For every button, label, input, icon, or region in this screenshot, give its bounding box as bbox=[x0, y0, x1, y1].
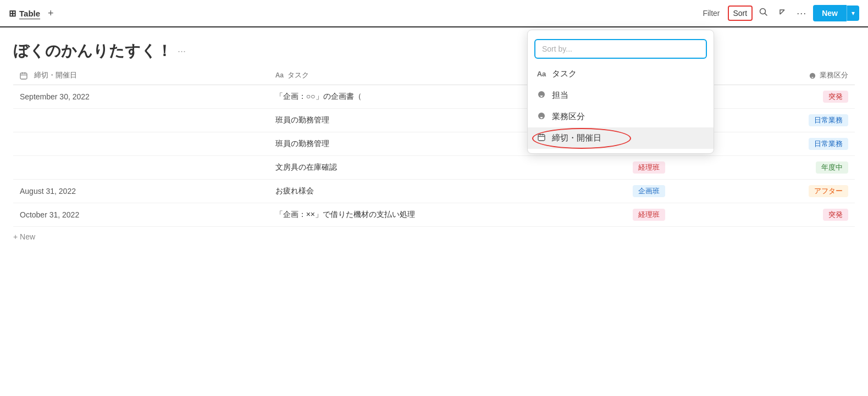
new-button[interactable]: New bbox=[813, 5, 847, 21]
sort-search-input[interactable] bbox=[534, 39, 707, 59]
more-icon: ··· bbox=[797, 8, 806, 19]
page-header: ぼくのかんりたすく！ ··· bbox=[0, 27, 868, 66]
badge-category-0: 突発 bbox=[823, 91, 848, 103]
svg-rect-8 bbox=[543, 134, 544, 136]
badge-category-1: 日常業務 bbox=[809, 114, 848, 126]
badge-person-3: 経理班 bbox=[633, 161, 665, 174]
cell-category-3: 年度中 bbox=[732, 156, 855, 180]
table-row: October 31, 2022 「企画：××」で借りた機材の支払い処理 経理班… bbox=[13, 203, 855, 227]
table-icon: ⊞ bbox=[9, 8, 16, 19]
badge-category-2: 日常業務 bbox=[809, 138, 848, 150]
task-col-icon: Aa bbox=[275, 71, 286, 79]
table-row: 班員の勤務管理 日常業務 bbox=[13, 109, 855, 132]
table-row: 班員の勤務管理 日常業務 bbox=[13, 132, 855, 156]
badge-category-5: 突発 bbox=[823, 209, 848, 221]
sort-option-date[interactable]: 締切・開催日 bbox=[528, 127, 714, 149]
sort-dropdown: Aa タスク 担当 bbox=[527, 30, 714, 154]
svg-line-2 bbox=[780, 10, 784, 14]
badge-person-5: 経理班 bbox=[633, 209, 665, 221]
page-title: ぼくのかんりたすく！ bbox=[13, 41, 172, 62]
svg-rect-11 bbox=[22, 72, 23, 74]
toolbar: ⊞ Table + Filter Sort ··· New ▾ bbox=[0, 0, 868, 27]
sort-option-category[interactable]: 業務区分 bbox=[528, 106, 714, 127]
svg-rect-5 bbox=[538, 135, 545, 141]
cell-category-0: 突発 bbox=[732, 85, 855, 109]
table-row: 文房具の在庫確認 経理班 年度中 bbox=[13, 156, 855, 180]
resize-icon bbox=[778, 8, 787, 16]
cell-task-4: お疲れ様会 bbox=[269, 180, 627, 203]
new-dropdown-button[interactable]: ▾ bbox=[847, 5, 859, 21]
cell-category-5: 突発 bbox=[732, 203, 855, 227]
date-sort-label: 締切・開催日 bbox=[552, 133, 601, 143]
svg-line-1 bbox=[765, 14, 767, 16]
svg-rect-7 bbox=[540, 134, 541, 136]
table-row: September 30, 2022 「企画：○○」の企画書（ 突発 bbox=[13, 85, 855, 109]
cell-person-4: 企画班 bbox=[626, 180, 732, 203]
cell-category-2: 日常業務 bbox=[732, 132, 855, 156]
cell-task-5: 「企画：××」で借りた機材の支払い処理 bbox=[269, 203, 627, 227]
resize-button[interactable] bbox=[775, 5, 790, 21]
cell-date-3 bbox=[13, 156, 269, 180]
cell-person-5: 経理班 bbox=[626, 203, 732, 227]
main-table: 締切・開催日 Aa タスク 担当 bbox=[13, 66, 855, 227]
category-sort-label: 業務区分 bbox=[552, 111, 585, 122]
person-sort-icon bbox=[537, 91, 546, 100]
cell-person-3: 経理班 bbox=[626, 156, 732, 180]
cell-date-0: September 30, 2022 bbox=[13, 85, 269, 109]
table-label: Table bbox=[19, 9, 40, 18]
sort-options: Aa タスク 担当 bbox=[528, 63, 714, 149]
task-sort-icon: Aa bbox=[537, 70, 546, 78]
sort-option-person[interactable]: 担当 bbox=[528, 85, 714, 106]
cell-date-1 bbox=[13, 109, 269, 132]
table-footer[interactable]: + New bbox=[0, 227, 868, 247]
cell-date-4: August 31, 2022 bbox=[13, 180, 269, 203]
svg-rect-12 bbox=[25, 72, 26, 74]
cell-date-5: October 31, 2022 bbox=[13, 203, 269, 227]
sort-option-task[interactable]: Aa タスク bbox=[528, 63, 714, 85]
search-icon bbox=[759, 8, 768, 16]
date-col-label: 締切・開催日 bbox=[34, 71, 77, 79]
cell-category-4: アフター bbox=[732, 180, 855, 203]
toolbar-left: ⊞ Table + bbox=[9, 7, 57, 20]
search-button[interactable] bbox=[756, 5, 771, 21]
task-sort-label: タスク bbox=[552, 69, 577, 79]
col-header-date: 締切・開催日 bbox=[13, 66, 269, 85]
more-options-button[interactable]: ··· bbox=[793, 5, 810, 21]
badge-category-4: アフター bbox=[809, 185, 848, 197]
new-button-group: New ▾ bbox=[813, 5, 859, 21]
table-row: August 31, 2022 お疲れ様会 企画班 アフター bbox=[13, 180, 855, 203]
svg-rect-9 bbox=[20, 73, 27, 79]
table-body: September 30, 2022 「企画：○○」の企画書（ 突発 班員の勤務… bbox=[13, 85, 855, 227]
table-title: ⊞ Table bbox=[9, 8, 40, 19]
col-header-category: 業務区分 bbox=[732, 66, 855, 85]
task-col-label: タスク bbox=[288, 71, 309, 79]
category-col-label: 業務区分 bbox=[820, 71, 848, 79]
date-col-icon bbox=[20, 71, 32, 79]
table-header-row: 締切・開催日 Aa タスク 担当 bbox=[13, 66, 855, 85]
badge-category-3: 年度中 bbox=[816, 161, 848, 174]
badge-person-4: 企画班 bbox=[633, 185, 665, 197]
toolbar-right: Filter Sort ··· New ▾ bbox=[698, 5, 859, 21]
table-container: 締切・開催日 Aa タスク 担当 bbox=[0, 66, 868, 227]
filter-button[interactable]: Filter bbox=[698, 7, 724, 20]
person-sort-label: 担当 bbox=[552, 90, 568, 101]
cell-category-1: 日常業務 bbox=[732, 109, 855, 132]
sort-search-wrapper bbox=[528, 35, 714, 61]
cell-task-3: 文房具の在庫確認 bbox=[269, 156, 627, 180]
category-sort-icon bbox=[537, 112, 546, 121]
sort-button[interactable]: Sort bbox=[728, 5, 753, 21]
page-title-more[interactable]: ··· bbox=[178, 46, 186, 57]
date-sort-icon bbox=[537, 133, 546, 143]
cell-date-2 bbox=[13, 132, 269, 156]
add-view-button[interactable]: + bbox=[45, 7, 57, 20]
